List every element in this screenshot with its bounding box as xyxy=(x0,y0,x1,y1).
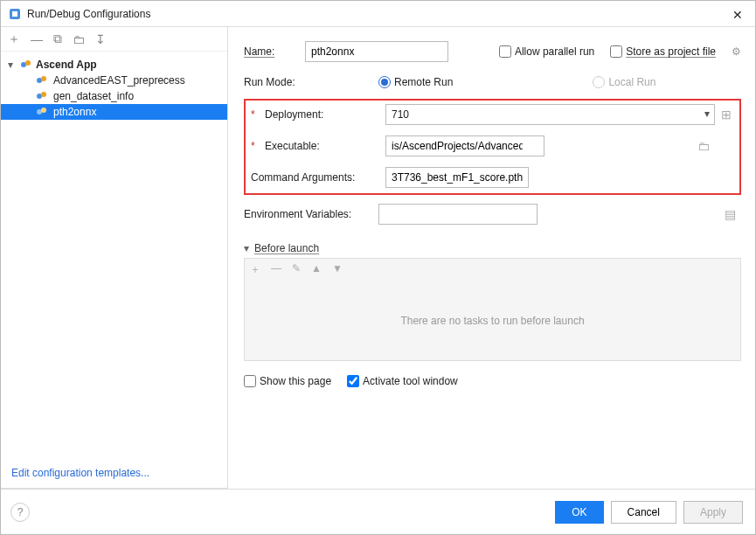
add-deployment-icon[interactable]: ⊞ xyxy=(718,108,734,122)
tree-item-advancedeast[interactable]: AdvancedEAST_preprecess xyxy=(1,73,227,88)
highlight-box: * Deployment: 710 ▾ ⊞ * Executable: 🗀 xyxy=(244,99,741,195)
tree-item-label: gen_dataset_info xyxy=(53,90,134,102)
svg-rect-1 xyxy=(12,11,17,17)
executable-row: * Executable: 🗀 xyxy=(251,135,734,156)
bottom-checks: Show this page Activate tool window xyxy=(244,375,741,387)
svg-point-5 xyxy=(41,76,46,81)
deployment-select[interactable]: 710 ▾ xyxy=(385,104,715,125)
radio-dot-icon xyxy=(378,76,391,88)
config-icon xyxy=(36,74,48,87)
sidebar-toolbar: ＋ — ⧉ 🗀 ↧ xyxy=(1,27,227,52)
tree-item-gendataset[interactable]: gen_dataset_info xyxy=(1,88,227,104)
config-icon xyxy=(36,106,48,118)
svg-point-7 xyxy=(41,92,46,97)
chevron-down-icon: ▾ xyxy=(8,59,17,71)
main-panel: Name: Allow parallel run Store as projec… xyxy=(228,27,755,489)
store-project-checkbox[interactable]: Store as project file xyxy=(610,45,716,58)
env-list-icon[interactable]: ▤ xyxy=(722,207,738,221)
dialog-title: Run/Debug Configurations xyxy=(27,8,150,20)
executable-input[interactable] xyxy=(385,135,544,156)
apply-button: Apply xyxy=(683,501,743,524)
dialog-body: ＋ — ⧉ 🗀 ↧ ▾ Ascend App AdvancedEAST_prep… xyxy=(1,27,755,489)
move-up-icon[interactable]: ▲ xyxy=(311,262,322,277)
ascend-icon xyxy=(20,59,32,71)
tree-item-label: pth2onnx xyxy=(53,106,96,118)
runmode-row: Run Mode: Remote Run Local Run xyxy=(244,76,741,88)
env-row: Environment Variables: ▤ xyxy=(244,204,741,225)
remote-run-radio[interactable]: Remote Run xyxy=(378,76,453,88)
before-launch-panel: ＋ — ✎ ▲ ▼ There are no tasks to run befo… xyxy=(244,258,741,361)
config-icon xyxy=(36,90,48,102)
save-template-icon[interactable]: 🗀 xyxy=(73,32,85,46)
allow-parallel-checkbox[interactable]: Allow parallel run xyxy=(499,45,594,58)
tree-root-label: Ascend App xyxy=(36,59,97,71)
before-launch-toolbar: ＋ — ✎ ▲ ▼ xyxy=(245,259,740,281)
sort-icon[interactable]: ↧ xyxy=(95,32,106,46)
chevron-down-icon: ▾ xyxy=(244,242,249,254)
runmode-label: Run Mode: xyxy=(244,76,375,88)
gear-icon[interactable]: ⚙ xyxy=(732,45,741,58)
svg-point-3 xyxy=(25,60,31,66)
remove-task-icon[interactable]: — xyxy=(271,262,281,277)
help-icon[interactable]: ? xyxy=(10,503,30,522)
button-bar: ? OK Cancel Apply xyxy=(1,489,755,534)
tree-item-pth2onnx[interactable]: pth2onnx xyxy=(1,104,227,120)
args-label: Command Arguments: xyxy=(251,171,382,184)
local-run-radio: Local Run xyxy=(593,76,655,88)
close-icon[interactable]: ✕ xyxy=(727,6,748,24)
before-launch-header[interactable]: ▾ Before launch xyxy=(244,242,741,254)
dialog: Run/Debug Configurations ✕ ＋ — ⧉ 🗀 ↧ ▾ A… xyxy=(0,0,756,535)
config-tree: ▾ Ascend App AdvancedEAST_preprecess gen… xyxy=(1,52,227,458)
show-page-checkbox[interactable]: Show this page xyxy=(244,375,331,387)
add-icon[interactable]: ＋ xyxy=(8,31,20,47)
args-row: Command Arguments: xyxy=(251,167,734,188)
ok-button[interactable]: OK xyxy=(555,501,603,524)
copy-icon[interactable]: ⧉ xyxy=(53,31,62,46)
activate-tool-checkbox[interactable]: Activate tool window xyxy=(347,375,458,387)
remove-icon[interactable]: — xyxy=(31,32,43,46)
tree-root-ascend[interactable]: ▾ Ascend App xyxy=(1,57,227,73)
chevron-down-icon: ▾ xyxy=(704,108,710,120)
radio-dot-icon xyxy=(593,76,605,88)
args-input[interactable] xyxy=(385,167,529,188)
executable-label: * Executable: xyxy=(251,140,382,152)
name-row: Name: Allow parallel run Store as projec… xyxy=(244,41,741,62)
sidebar: ＋ — ⧉ 🗀 ↧ ▾ Ascend App AdvancedEAST_prep… xyxy=(1,27,228,489)
sidebar-footer: Edit configuration templates... xyxy=(1,458,227,488)
env-label: Environment Variables: xyxy=(244,208,375,220)
name-label: Name: xyxy=(244,45,296,58)
edit-task-icon[interactable]: ✎ xyxy=(292,262,301,277)
env-input[interactable] xyxy=(378,204,538,225)
top-checks: Allow parallel run Store as project file… xyxy=(499,45,741,58)
name-input[interactable] xyxy=(305,41,448,62)
before-empty-text: There are no tasks to run before launch xyxy=(245,281,740,360)
edit-templates-link[interactable]: Edit configuration templates... xyxy=(11,467,149,479)
deployment-label: * Deployment: xyxy=(251,108,382,121)
svg-point-9 xyxy=(41,108,46,113)
title-bar: Run/Debug Configurations ✕ xyxy=(1,1,755,27)
add-task-icon[interactable]: ＋ xyxy=(250,262,260,277)
deployment-row: * Deployment: 710 ▾ ⊞ xyxy=(251,104,734,125)
cancel-button[interactable]: Cancel xyxy=(611,501,676,524)
browse-icon[interactable]: 🗀 xyxy=(696,139,711,153)
move-down-icon[interactable]: ▼ xyxy=(332,262,343,277)
tree-item-label: AdvancedEAST_preprecess xyxy=(53,74,185,87)
app-icon xyxy=(8,7,22,21)
